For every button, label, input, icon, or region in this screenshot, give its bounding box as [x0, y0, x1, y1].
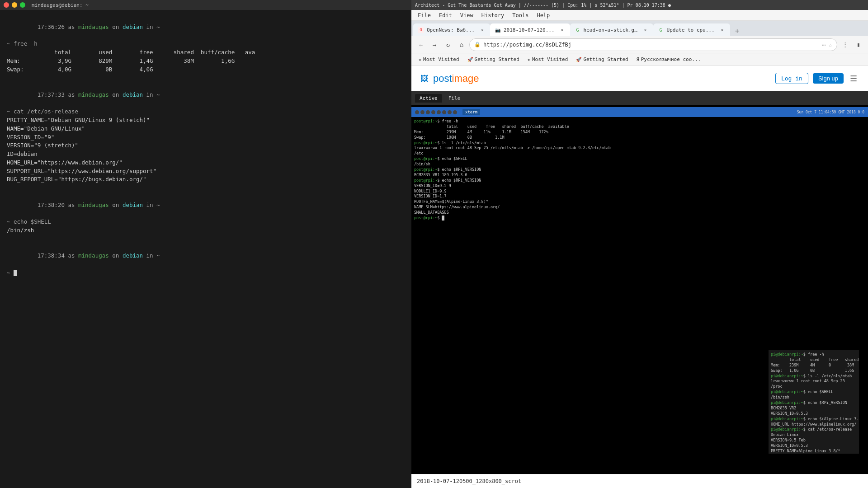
terminal-title: mindaugas@debian: ~	[32, 2, 89, 8]
terminal-line: NAME="Debian GNU/Linux"	[7, 125, 405, 133]
menu-tools[interactable]: Tools	[509, 11, 532, 19]
menu-view[interactable]: View	[457, 11, 477, 19]
menu-edit[interactable]: Edit	[435, 11, 456, 19]
inner-terminal-line-2: pi@debianrpi:~$ echo $(Alpine-Linux 3.8)…	[771, 417, 857, 422]
terminal-cursor	[14, 270, 17, 276]
terminal-line: ID=debian	[7, 150, 405, 159]
inner-terminal-line: NODULE1_ID=9.9	[414, 189, 865, 194]
inner-terminal-line-2: pi@debianrpi:~$ free -h	[771, 352, 857, 357]
browser-menubar: File Edit View History Tools Help	[411, 10, 868, 21]
terminal-line: Swap: 4,0G 0B 4,0G	[7, 66, 405, 74]
terminal-line: HOME_URL="https://www.debian.org/"	[7, 159, 405, 167]
inner-terminal-line-2: Swap: 1,0G 0B 1,6G	[771, 368, 857, 374]
xterm-content: post@rpi:~$ free -h total used free s­ha…	[411, 117, 868, 223]
terminal-line: Mem: 3,9G 829M 1,4G 38M 1,6G	[7, 57, 405, 66]
inner-terminal-line: post@rpi:~$ echo $RPi_VERSION	[414, 178, 865, 183]
inner-terminal-line: SMALL_DATABASES	[414, 210, 865, 216]
inner-terminal-line: VERSION_ID=1.7	[414, 194, 865, 199]
xterm-dot	[448, 110, 452, 114]
inner-terminal-line: total used free s­hared buff/cache avail…	[414, 124, 865, 130]
terminal-line: ~	[7, 269, 405, 277]
inner-terminal-line-2: pi@debianrpi:~$ echo $RPi_VERSION	[771, 400, 857, 406]
bookmark-getting-started-1[interactable]: 🚀 Getting Started	[464, 56, 523, 63]
terminal-line: ~ cat /etc/os-release	[7, 108, 405, 116]
menu-help[interactable]: Help	[533, 11, 553, 19]
tab-close-3[interactable]: ×	[719, 27, 726, 33]
postimage-logo[interactable]: postimage	[433, 73, 479, 84]
inner-terminal-line-2: PRETTY_NAME=Alpine Linux 3.8/*	[771, 449, 857, 454]
extensions-button[interactable]: ⋮	[839, 39, 851, 51]
bookmark-most-visited-1[interactable]: ★ Most Visited	[415, 56, 463, 63]
xterm-dot	[442, 110, 446, 114]
browser-tabs-bar: O OpenNews: Выб... × 📷 2018-10-07-120...…	[411, 21, 868, 36]
forward-button[interactable]: →	[429, 39, 440, 51]
bookmark-russian-community[interactable]: Я Русскоязычное соо...	[633, 56, 704, 63]
minimize-window-button[interactable]	[12, 2, 17, 8]
xterm-datetime: Sun Oct 7 11:04:59 GMT 2018 0:0	[797, 110, 864, 114]
menu-file[interactable]: File	[414, 11, 434, 19]
terminal-line: 17:38:20 as mindaugas on debian in ~	[7, 192, 405, 218]
maximize-window-button[interactable]	[20, 2, 25, 8]
bookmark-label-2: Getting Started	[475, 56, 519, 62]
tab-label-1: 2018-10-07-120...	[504, 27, 555, 33]
postimage-tab-file[interactable]: File	[444, 94, 465, 103]
bookmark-most-visited-2[interactable]: ★ Most Visited	[524, 56, 572, 63]
tab-close-1[interactable]: ×	[559, 27, 566, 33]
browser-tab-0[interactable]: O OpenNews: Выб... ×	[413, 23, 490, 36]
sidebar-button[interactable]: ▮	[853, 39, 864, 51]
terminal-line: PRETTY_NAME="Debian GNU/Linux 9 (stretch…	[7, 116, 405, 125]
menu-history[interactable]: History	[478, 11, 508, 19]
browser-tab-3[interactable]: G Update to cpu... ×	[653, 23, 730, 36]
inner-terminal-line: post@rpi:~$ echo $SHELL	[414, 156, 865, 162]
postimage-menu-icon[interactable]: ☰	[848, 72, 859, 85]
bookmark-star-icon[interactable]: ☆	[829, 41, 832, 48]
reload-button[interactable]: ↻	[442, 39, 454, 51]
postimage-tab-active[interactable]: Active	[415, 94, 442, 103]
tab-label-2: head-on-a-stick.gi...	[584, 27, 638, 33]
inner-terminal-line-2: /bin/zsh	[771, 395, 857, 400]
tab-close-2[interactable]: ×	[642, 27, 649, 33]
tab-favicon-2: G	[575, 27, 581, 33]
terminal-line: SUPPORT_URL="https://www.debian.org/supp…	[7, 167, 405, 176]
inner-terminal-line-2: VERSION_ID=9.5.3	[771, 411, 857, 417]
inner-terminal-line: post@rpi:~$ free -h	[414, 119, 865, 124]
inner-terminal-line: post@rpi:~$ echo $RPi_VERSION	[414, 167, 865, 173]
inner-terminal-line-2: lrwxrwxrwx 1 root root 48 Sep 25	[771, 379, 857, 384]
close-window-button[interactable]	[4, 2, 9, 8]
postimage-header: 🖼 postimage Log in Sign up ☰	[411, 66, 868, 91]
url-bar[interactable]: 🔒 https://postimg.cc/8sDLZfBj ⋯ ☆	[469, 38, 837, 51]
signup-button[interactable]: Sign up	[813, 73, 844, 84]
inner-terminal-line-2: VERSION_ID=9.5.3	[771, 443, 857, 449]
login-button[interactable]: Log in	[775, 73, 808, 84]
postimage-body: Active File	[411, 91, 868, 474]
inner-terminal-line: BCM2835 VR1 189-195-3-0	[414, 173, 865, 178]
bookmark-label-5: Русскоязычное соо...	[641, 56, 701, 62]
inner-terminal-line: /bin/sh	[414, 162, 865, 167]
bookmark-favicon-2: 🚀	[467, 57, 473, 62]
tab-close-0[interactable]: ×	[479, 27, 486, 33]
browser-tab-2[interactable]: G head-on-a-stick.gi... ×	[570, 23, 653, 36]
terminal-line: VERSION="9 (stretch)"	[7, 141, 405, 150]
inner-terminal-line-2: BCM2835 VR2	[771, 406, 857, 411]
home-button[interactable]: ⌂	[456, 39, 467, 51]
new-tab-button[interactable]: +	[732, 25, 743, 36]
bookmark-getting-started-2[interactable]: 🚀 Getting Started	[572, 56, 632, 63]
terminal-line: 17:36:26 as mindaugas on debian in ~	[7, 14, 405, 40]
inner-terminal-line-2: pi@debianrpi:~$ ls -l /etc/nls/mtab	[771, 374, 857, 379]
browser-tab-1[interactable]: 📷 2018-10-07-120... ×	[490, 23, 570, 36]
browser-window-title: Architect - Get The Bastards Get Away | …	[415, 3, 671, 8]
inner-terminal-line: Swap: 100M 0B 1,1M	[414, 135, 865, 141]
inner-terminal-line: post@rpi:~$ ls -l /etc/nls/mtab	[414, 141, 865, 146]
terminal-line: total used free shared buff/cache ava	[7, 48, 405, 57]
tab-favicon-3: G	[658, 27, 664, 33]
back-button[interactable]: ←	[415, 39, 427, 51]
terminal-output: 17:36:26 as mindaugas on debian in ~ ~ f…	[0, 10, 411, 488]
url-text: https://postimg.cc/8sDLZfBj	[483, 42, 819, 48]
tab-label-3: Update to cpu...	[667, 27, 715, 33]
xterm-dot	[431, 110, 435, 114]
inner-terminal-line: lrwxrwxrwx 1 root root 48 Sep 25 /etc/mt…	[414, 145, 865, 151]
inner-terminal-line-2: VERSION=9.5 Feb	[771, 438, 857, 443]
xterm-tab[interactable]: xterm	[462, 109, 480, 115]
xterm-dot	[437, 110, 441, 114]
bookmark-label-4: Getting Started	[583, 56, 628, 62]
